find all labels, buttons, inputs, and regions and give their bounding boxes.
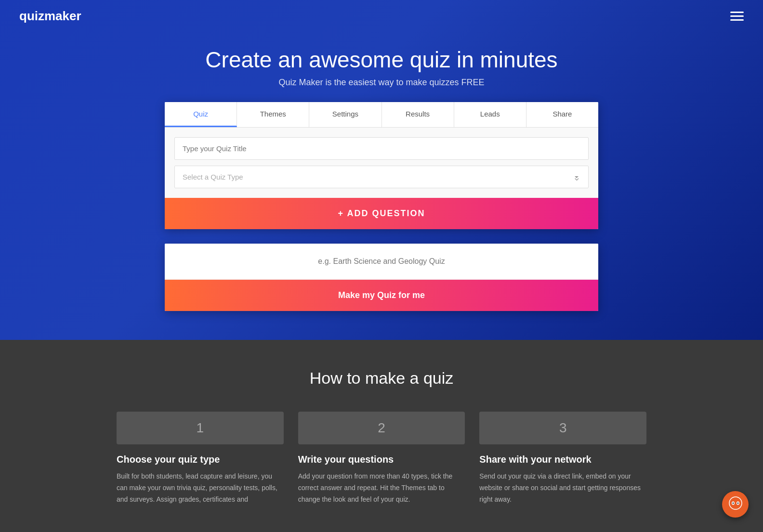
tab-leads[interactable]: Leads [454,102,526,127]
hamburger-line-3 [730,19,744,21]
svg-point-3 [732,502,734,504]
quiz-form: Select a Quiz Type ⌄ [165,128,598,198]
ai-quiz-input[interactable] [165,244,598,280]
step-3: 3 Share with your network Send out your … [479,412,646,505]
step-1-desc: Built for both students, lead capture an… [117,471,284,505]
svg-point-0 [729,497,742,509]
chat-widget[interactable] [722,491,749,518]
add-question-button[interactable]: + ADD QUESTION [165,198,598,229]
logo: quizmaker [19,9,81,24]
step-3-desc: Send out your quiz via a direct link, em… [479,471,646,505]
step-2: 2 Write your questions Add your question… [298,412,465,505]
hero-subtitle: Quiz Maker is the easiest way to make qu… [0,78,763,88]
logo-bold: maker [44,9,81,23]
hero-title: Create an awesome quiz in minutes [0,47,763,73]
how-to-section: How to make a quiz 1 Choose your quiz ty… [0,340,763,532]
make-quiz-button[interactable]: Make my Quiz for me [165,280,598,311]
hamburger-line-1 [730,12,744,13]
hamburger-menu[interactable] [730,12,744,21]
quiz-title-input[interactable] [174,137,589,160]
step-1-title: Choose your quiz type [117,454,284,465]
steps-grid: 1 Choose your quiz type Built for both s… [117,412,646,505]
step-3-title: Share with your network [479,454,646,465]
quiz-tabs: Quiz Themes Settings Results Leads Share [165,102,598,128]
tab-quiz[interactable]: Quiz [165,102,237,127]
ai-quiz-card: Make my Quiz for me [165,244,598,311]
step-3-number: 3 [479,412,646,444]
tab-settings[interactable]: Settings [309,102,382,127]
chat-icon [729,496,742,513]
tab-themes[interactable]: Themes [237,102,309,127]
step-1-number: 1 [117,412,284,444]
logo-regular: quiz [19,9,44,23]
logo-text: quizmaker [19,9,81,23]
step-1: 1 Choose your quiz type Built for both s… [117,412,284,505]
tab-results[interactable]: Results [382,102,454,127]
quiz-builder-card: Quiz Themes Settings Results Leads Share… [165,102,598,229]
hamburger-line-2 [730,15,744,17]
quiz-type-select[interactable]: Select a Quiz Type [174,166,589,188]
hero-section: quizmaker Create an awesome quiz in minu… [0,0,763,340]
tab-share[interactable]: Share [526,102,598,127]
how-to-title: How to make a quiz [19,369,744,388]
step-2-number: 2 [298,412,465,444]
quiz-type-wrapper: Select a Quiz Type ⌄ [174,166,589,188]
step-2-title: Write your questions [298,454,465,465]
navbar: quizmaker [0,0,763,32]
svg-point-4 [737,502,738,504]
step-2-desc: Add your question from more than 40 type… [298,471,465,505]
